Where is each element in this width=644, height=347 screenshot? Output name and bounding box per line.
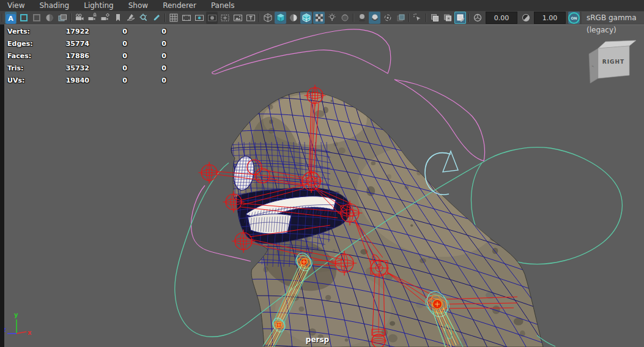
resolution-gate-button[interactable] <box>193 12 205 24</box>
pan-zoom-icon <box>139 13 149 23</box>
hud-col2: 0 <box>89 28 127 35</box>
gamma-button[interactable] <box>520 12 531 24</box>
safe-action-button[interactable] <box>232 12 243 24</box>
hud-value: 17886 <box>51 52 89 60</box>
hud-label: Tris: <box>7 64 51 72</box>
field-chart-button[interactable] <box>219 12 231 24</box>
bulb-icon <box>327 13 337 23</box>
layers-icon <box>57 13 67 23</box>
img-plane-icon <box>126 13 136 23</box>
menu-panels[interactable]: Panels <box>204 0 242 11</box>
toolbar-separator <box>257 12 261 23</box>
image-plane-button[interactable] <box>125 12 136 24</box>
multisample-button[interactable] <box>394 12 406 24</box>
lock-camera-button[interactable] <box>86 12 98 24</box>
panel-menubar: ViewShadingLightingShowRendererPanels <box>0 0 644 11</box>
camera-label: persp <box>306 335 330 344</box>
hud-value: 35774 <box>51 40 89 48</box>
sq-teal-icon <box>19 13 29 23</box>
menu-shading[interactable]: Shading <box>32 0 76 11</box>
film-gate-icon <box>182 13 191 23</box>
xray-button[interactable] <box>429 12 440 24</box>
sphere-ao-icon <box>370 13 380 23</box>
toolbar-separator <box>68 12 73 23</box>
shaded-sphere-button[interactable] <box>43 12 55 24</box>
sphere-dark-icon <box>340 13 350 23</box>
shadows-button[interactable] <box>356 12 368 24</box>
exposure-field[interactable] <box>486 12 517 24</box>
menu-renderer[interactable]: Renderer <box>155 0 204 11</box>
checker-icon <box>314 13 324 23</box>
grid-button[interactable] <box>168 12 179 24</box>
menu-show[interactable]: Show <box>121 0 155 11</box>
hud-col3: 0 <box>127 40 166 48</box>
isolate-select-button[interactable] <box>412 12 423 24</box>
select-dim-button[interactable] <box>31 12 42 24</box>
gamma-icon <box>521 13 531 23</box>
xray-joints-button[interactable] <box>442 12 453 24</box>
sq-stack-icon <box>396 13 405 23</box>
gate-mask-icon <box>207 13 217 23</box>
image-layers-button[interactable] <box>56 12 68 24</box>
toolbar-separator <box>351 12 355 23</box>
wireframe-mode-button[interactable] <box>262 12 273 24</box>
hud-col2: 0 <box>89 52 127 60</box>
hud-col2: 0 <box>89 64 127 72</box>
hud-col2: 0 <box>89 76 127 84</box>
bookmark-icon <box>113 13 123 23</box>
hud-row-faces: Faces:1788600 <box>7 50 166 62</box>
use-default-lighting-button[interactable] <box>326 12 338 24</box>
svg-text:x: x <box>28 329 32 336</box>
gate-mask-button[interactable] <box>206 12 218 24</box>
xray-icon <box>430 13 440 23</box>
field-chart-icon <box>220 13 230 23</box>
gamma-field[interactable] <box>534 12 566 24</box>
color-management-toggle[interactable]: ON <box>568 12 580 24</box>
ambient-occlusion-button[interactable] <box>369 12 380 24</box>
res-gate-icon <box>194 13 204 23</box>
on-badge: ON <box>568 12 580 24</box>
panel-toolbar: AONsRGB gamma (legacy) <box>0 11 644 24</box>
grease-pencil-button[interactable] <box>150 12 162 24</box>
xray-joints-icon <box>443 13 453 23</box>
safe-title-button[interactable] <box>245 12 256 24</box>
sq-dim-icon <box>32 13 42 23</box>
hud-value: 19840 <box>51 76 89 84</box>
hud-col3: 0 <box>127 28 166 35</box>
cube-wos-icon <box>302 13 311 23</box>
pan-zoom-button[interactable] <box>138 12 149 24</box>
view-cube-face-label: RIGHT <box>602 59 624 65</box>
motion-blur-button[interactable] <box>382 12 393 24</box>
select-camera-button[interactable] <box>73 12 85 24</box>
hud-row-edges: Edges:3577400 <box>7 37 166 50</box>
select-highlight-button[interactable] <box>18 12 29 24</box>
smooth-shade-button[interactable] <box>275 12 286 24</box>
grid-icon <box>169 13 179 23</box>
hud-value: 17922 <box>51 28 89 35</box>
cube-shaded-icon <box>276 13 286 23</box>
flat-shade-button[interactable] <box>287 12 299 24</box>
pencil-icon <box>152 13 161 23</box>
toolbar-separator <box>0 12 4 23</box>
menu-lighting[interactable]: Lighting <box>76 0 121 11</box>
half-sphere-icon <box>289 13 298 23</box>
renderer-a-button[interactable]: A <box>5 12 17 24</box>
safe-action-icon <box>233 13 243 23</box>
svg-text:y: y <box>14 312 18 318</box>
hud-value: 35732 <box>51 64 89 72</box>
sphere-icon <box>45 13 54 23</box>
motion-blur-icon <box>383 13 393 23</box>
film-gate-button[interactable] <box>180 12 192 24</box>
cube-wire-icon <box>263 13 273 23</box>
wireframe-on-shaded-button[interactable] <box>300 12 312 24</box>
bookmark-button[interactable] <box>112 12 124 24</box>
colorspace-select[interactable]: sRGB gamma (legacy) <box>582 12 644 24</box>
camera-attributes-button[interactable] <box>99 12 111 24</box>
menu-view[interactable]: View <box>0 0 32 11</box>
exposure-button[interactable] <box>472 12 483 24</box>
two-sided-lighting-button[interactable] <box>339 12 350 24</box>
hud-row-tris: Tris:3573200 <box>7 62 166 74</box>
textured-button[interactable] <box>313 12 325 24</box>
maya-viewport-panel: perspperspyxzRIGHTF ViewShadingLightingS… <box>0 0 644 347</box>
xray-active-components-button[interactable] <box>454 12 466 24</box>
